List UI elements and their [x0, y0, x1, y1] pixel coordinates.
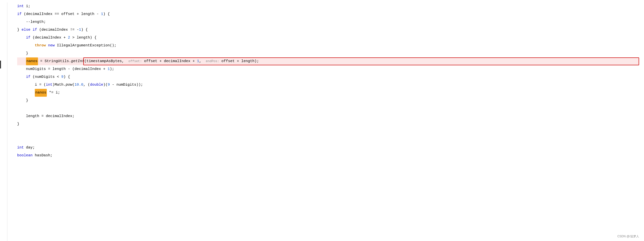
gutter-bar	[0, 61, 1, 69]
keyword-else: else	[22, 26, 30, 34]
code-line: if (decimalIndex + 2 > length) {	[17, 34, 639, 42]
code-line-highlighted: nanos = StringUtils.getInt(timestampAsBy…	[17, 57, 639, 65]
code-line-empty	[17, 105, 639, 112]
code-line: } else if (decimalIndex != -1) {	[17, 26, 639, 34]
nanos-highlight-1: nanos	[26, 57, 38, 65]
code-line: int i;	[17, 3, 639, 10]
keyword-throw: throw	[35, 42, 46, 50]
keyword-if2: if	[32, 26, 37, 34]
code-line: int day;	[17, 144, 639, 152]
code-line: if (decimalIndex == offset + length - 1)…	[17, 10, 639, 18]
keyword-if: if	[17, 10, 22, 18]
keyword-int: int	[17, 3, 24, 10]
code-line-empty	[17, 128, 639, 136]
gutter	[0, 3, 7, 241]
param-hint-endpos: endPos:	[206, 57, 219, 65]
code-area: int i; if (decimalIndex == offset + leng…	[0, 0, 644, 241]
code-line: }	[17, 120, 639, 128]
code-line: --length;	[17, 18, 639, 26]
code-line: length = decimalIndex;	[17, 112, 639, 120]
code-line: numDigits = length - (decimalIndex + 1);	[17, 65, 639, 73]
editor-container: int i; if (decimalIndex == offset + leng…	[0, 0, 644, 241]
code-line: boolean hasDash;	[17, 152, 639, 159]
code-content[interactable]: int i; if (decimalIndex == offset + leng…	[7, 3, 644, 241]
code-line-empty	[17, 136, 639, 144]
code-line: }	[17, 97, 639, 105]
code-line: i = (int)Math.pow(10.0, (double)(9 - num…	[17, 81, 639, 89]
code-line-throw: throw new IllegalArgumentException();	[17, 42, 639, 50]
code-line: if (numDigits < 9) {	[17, 73, 639, 81]
param-hint-offset: offset:	[128, 57, 142, 65]
keyword-if3: if	[26, 34, 30, 42]
nanos-highlight-2: nanos	[35, 89, 47, 97]
code-line-nanos2: nanos *= i;	[17, 89, 639, 97]
watermark: CSDN @/追梦人	[617, 234, 639, 238]
code-line: }	[17, 50, 639, 57]
